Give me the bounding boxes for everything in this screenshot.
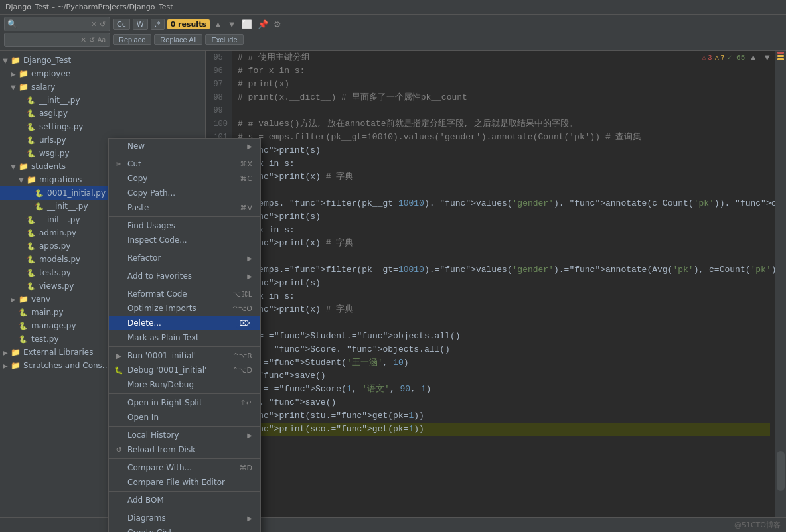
menu-item-find-usages[interactable]: Find Usages xyxy=(109,218,260,233)
search-input-1[interactable]: mgr xyxy=(19,19,90,29)
menu-item-optimize-imports[interactable]: Optimize Imports^⌥O xyxy=(109,301,260,316)
tree-icon-salary-urls: 🐍 xyxy=(27,136,37,145)
menu-separator xyxy=(109,426,260,427)
menu-item-left-create-gist: Create Gist... xyxy=(114,528,180,532)
sidebar-label-salary-wsgi: wsgi.py xyxy=(39,149,70,158)
menu-item-delete[interactable]: Delete...⌦ xyxy=(109,316,260,330)
code-line-100: # # values()方法, 放在annotate前就是指定分组字段, 之后就… xyxy=(238,117,770,131)
menu-item-cut[interactable]: ✂Cut⌘X xyxy=(109,157,260,171)
scrollbar-thumb[interactable] xyxy=(777,451,785,491)
menu-item-compare-with[interactable]: Compare With...⌘D xyxy=(109,460,260,475)
menu-item-create-gist[interactable]: Create Gist... xyxy=(109,525,260,532)
layout-btn[interactable]: ⬜ xyxy=(240,19,254,29)
menu-item-local-history[interactable]: Local History▶ xyxy=(109,428,260,442)
menu-arrow-new: ▶ xyxy=(247,143,252,150)
menu-right-cut: ⌘X xyxy=(240,160,252,168)
menu-right-paste: ⌘V xyxy=(240,204,252,212)
menu-item-run[interactable]: ▶Run '0001_initial'^⌥R xyxy=(109,348,260,363)
menu-item-reformat-code[interactable]: Reformat Code⌥⌘L xyxy=(109,287,260,301)
menu-icon-reload-disk: ↺ xyxy=(114,446,123,454)
menu-item-paste[interactable]: Paste⌘V xyxy=(109,200,260,215)
search-row-1: 🔍 mgr ✕ ↺ Cc W .* 0 results ▲ ▼ ⬜ 📌 ⚙ xyxy=(4,17,782,31)
exclude-btn[interactable]: Exclude xyxy=(205,34,243,45)
code-line-98: # print(x.__dict__) # 里面多了一个属性pk__count xyxy=(238,91,770,104)
menu-item-left-debug: 🐛Debug '0001_initial' xyxy=(114,366,206,375)
filter-btn[interactable]: ⚙ xyxy=(272,19,283,29)
next-result-btn[interactable]: ▼ xyxy=(226,19,238,29)
aa-btn[interactable]: Aa xyxy=(96,36,107,44)
tree-icon-venv: 📁 xyxy=(19,295,29,304)
sidebar-label-0001-initial: 0001_initial.py xyxy=(47,188,106,198)
menu-separator xyxy=(109,216,260,217)
menu-item-left-compare-with: Compare With... xyxy=(114,463,192,472)
line-num-98: 98 xyxy=(213,91,228,104)
menu-icon-run: ▶ xyxy=(114,352,123,360)
sidebar-item-salary-asgi[interactable]: 🐍asgi.py xyxy=(0,107,205,120)
search-tag-cc[interactable]: Cc xyxy=(113,19,130,30)
code-line-108: for x in s: xyxy=(238,224,770,237)
menu-item-open-right-split[interactable]: Open in Right Split⇧↵ xyxy=(109,395,260,410)
search-tag-regex[interactable]: .* xyxy=(151,19,165,30)
tree-arrow-employee: ▶ xyxy=(11,70,19,78)
menu-item-copy-path[interactable]: Copy Path... xyxy=(109,186,260,200)
editor-lines: # # 使用主键分组 # for x in s: # print(x) # pr… xyxy=(232,51,775,517)
search-bar-area: 🔍 mgr ✕ ↺ Cc W .* 0 results ▲ ▼ ⬜ 📌 ⚙ em… xyxy=(0,15,786,51)
menu-separator xyxy=(109,393,260,394)
sidebar-item-django-test[interactable]: ▼📁Django_Test xyxy=(0,54,205,67)
tree-icon-salary-asgi: 🐍 xyxy=(27,109,37,118)
menu-item-mark-plain-text[interactable]: Mark as Plain Text xyxy=(109,330,260,345)
tree-arrow-salary: ▼ xyxy=(11,84,19,91)
menu-item-more-run[interactable]: More Run/Debug xyxy=(109,377,260,392)
code-line-116: stu = ="func">Student.="func">objects.al… xyxy=(238,330,770,343)
menu-item-inspect-code[interactable]: Inspect Code... xyxy=(109,233,260,247)
sidebar-item-employee[interactable]: ▶📁employee xyxy=(0,67,205,80)
search-tag-w[interactable]: W xyxy=(133,19,148,30)
menu-item-left-open-in: Open In xyxy=(114,413,159,422)
menu-item-reload-disk[interactable]: ↺Reload from Disk xyxy=(109,442,260,457)
search-input-2[interactable]: emps xyxy=(7,35,79,44)
code-line-96: # for x in s: xyxy=(238,64,770,78)
sidebar-label-admin: admin.py xyxy=(39,228,76,237)
menu-item-refactor[interactable]: Refactor▶ xyxy=(109,251,260,265)
menu-item-new[interactable]: New▶ xyxy=(109,139,260,153)
scroll-indicator[interactable] xyxy=(775,51,786,517)
pin-btn[interactable]: 📌 xyxy=(256,19,270,29)
menu-item-left-optimize-imports: Optimize Imports xyxy=(114,304,196,313)
tree-icon-admin: 🐍 xyxy=(27,229,37,237)
sidebar-label-main: main.py xyxy=(31,308,64,317)
clear-search-2[interactable]: ✕ xyxy=(79,36,88,44)
menu-right-diagrams: ▶ xyxy=(247,515,252,522)
editor-area[interactable]: ⚠ 3 △ 7 ✓ 65 ▲ ▼ 95969798991001011021031… xyxy=(206,51,786,517)
prev-result-btn[interactable]: ▲ xyxy=(212,19,224,29)
refresh-search-2[interactable]: ↺ xyxy=(88,36,96,44)
menu-item-copy[interactable]: Copy⌘C xyxy=(109,171,260,186)
tree-icon-test: 🐍 xyxy=(19,335,29,344)
line-num-100: 100 xyxy=(213,117,228,131)
menu-right-debug: ^⌥D xyxy=(232,366,252,375)
menu-item-left-copy: Copy xyxy=(114,174,147,183)
sidebar-item-salary[interactable]: ▼📁salary xyxy=(0,80,205,94)
menu-shortcut-copy: ⌘C xyxy=(240,174,252,183)
menu-arrow-diagrams: ▶ xyxy=(247,515,252,522)
sidebar-item-salary-init[interactable]: 🐍__init__.py xyxy=(0,94,205,107)
sidebar-item-salary-settings[interactable]: 🐍settings.py xyxy=(0,120,205,133)
menu-right-add-favorites: ▶ xyxy=(247,273,252,280)
menu-right-refactor: ▶ xyxy=(247,255,252,262)
search-wrap-2: emps ✕ ↺ Aa xyxy=(4,33,110,47)
replace-all-btn[interactable]: Replace All xyxy=(154,34,202,45)
menu-item-left-diagrams: Diagrams xyxy=(114,513,166,523)
menu-arrow-local-history: ▶ xyxy=(247,432,252,439)
menu-item-compare-file[interactable]: Compare File with Editor xyxy=(109,475,260,490)
menu-label-more-run: More Run/Debug xyxy=(127,380,194,389)
refresh-search-1[interactable]: ↺ xyxy=(98,20,107,29)
code-line-117: sco = ="func">Score.="func">objects.all(… xyxy=(238,343,770,356)
tree-icon-tests: 🐍 xyxy=(27,269,37,277)
menu-item-diagrams[interactable]: Diagrams▶ xyxy=(109,511,260,525)
menu-item-add-bom[interactable]: Add BOM xyxy=(109,493,260,507)
menu-item-add-favorites[interactable]: Add to Favorites▶ xyxy=(109,269,260,283)
menu-item-debug[interactable]: 🐛Debug '0001_initial'^⌥D xyxy=(109,363,260,377)
clear-search-1[interactable]: ✕ xyxy=(90,20,98,29)
menu-item-left-delete: Delete... xyxy=(114,318,161,328)
menu-item-open-in[interactable]: Open In xyxy=(109,410,260,425)
replace-btn[interactable]: Replace xyxy=(113,34,151,45)
